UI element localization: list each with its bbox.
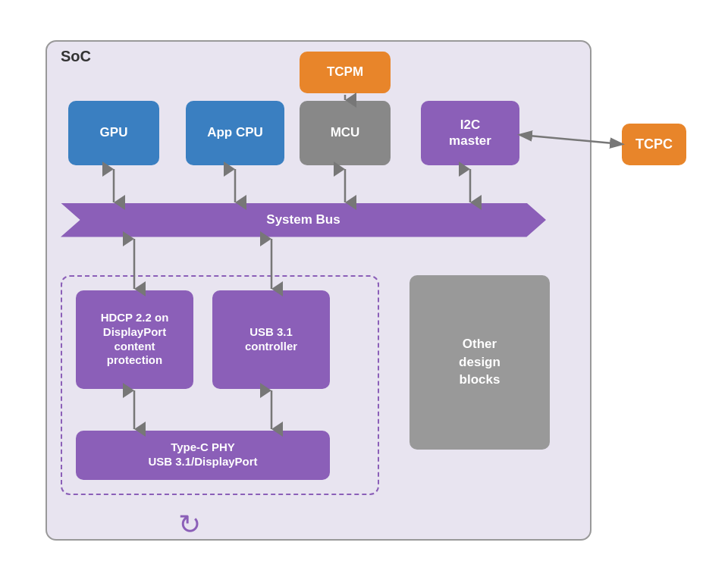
hdcp-block: HDCP 2.2 on DisplayPort content protecti… bbox=[76, 290, 193, 389]
other-blocks: Other design blocks bbox=[410, 275, 550, 450]
mcu-block: MCU bbox=[300, 101, 391, 165]
i2c-master-block: I2C master bbox=[421, 101, 519, 165]
typec-phy-block: Type-C PHY USB 3.1/DisplayPort bbox=[76, 431, 330, 480]
gpu-block: GPU bbox=[68, 101, 159, 165]
diagram-wrapper: SoC GPU App CPU TCPM MCU I2C master Syst… bbox=[38, 17, 690, 563]
app-cpu-block: App CPU bbox=[186, 101, 284, 165]
tcpm-block: TCPM bbox=[300, 52, 391, 93]
system-bus: System Bus bbox=[61, 203, 546, 237]
refresh-icon: ↻ bbox=[178, 509, 201, 541]
usb31-controller-block: USB 3.1 controller bbox=[212, 290, 330, 389]
soc-label: SoC bbox=[61, 48, 91, 65]
tcpc-block: TCPC bbox=[622, 124, 686, 165]
